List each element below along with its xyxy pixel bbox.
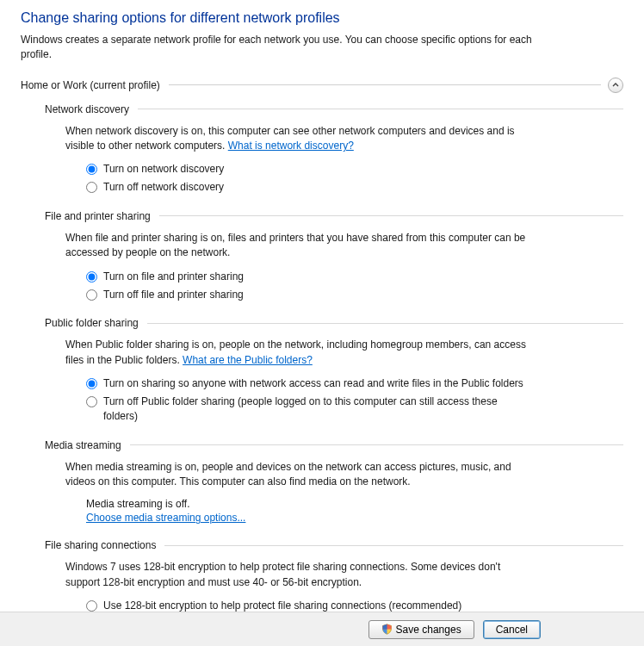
section-title: Network discovery — [45, 103, 129, 115]
radio-input[interactable] — [86, 600, 97, 612]
radio-file-printer-off[interactable]: Turn off file and printer sharing — [86, 288, 530, 302]
divider — [138, 109, 623, 109]
radio-label: Turn off network discovery — [103, 180, 224, 195]
radio-input[interactable] — [86, 396, 97, 407]
link-what-are-public-folders[interactable]: What are the Public folders? — [183, 354, 313, 366]
section-title: Public folder sharing — [45, 317, 139, 329]
radio-input[interactable] — [86, 289, 97, 301]
section-description: When file and printer sharing is on, fil… — [65, 231, 530, 261]
divider — [164, 545, 623, 546]
radio-label: Turn off Public folder sharing (people l… — [103, 394, 530, 424]
section-description: When Public folder sharing is on, people… — [65, 338, 530, 368]
link-choose-media-streaming[interactable]: Choose media streaming options... — [86, 512, 245, 524]
collapse-toggle[interactable] — [608, 78, 623, 93]
button-label: Cancel — [496, 624, 528, 636]
radio-input[interactable] — [86, 182, 97, 193]
link-what-is-network-discovery[interactable]: What is network discovery? — [228, 140, 354, 152]
radio-network-discovery-on[interactable]: Turn on network discovery — [86, 162, 530, 177]
shield-icon — [381, 624, 393, 635]
radio-label: Use 128-bit encryption to help protect f… — [103, 599, 461, 612]
section-public-folder-sharing: Public folder sharing When Public folder… — [45, 317, 623, 423]
section-media-streaming: Media streaming When media streaming is … — [45, 439, 623, 525]
divider — [169, 84, 601, 85]
chevron-up-icon — [612, 82, 619, 89]
cancel-button[interactable]: Cancel — [483, 620, 541, 639]
radio-public-folder-on[interactable]: Turn on sharing so anyone with network a… — [86, 376, 530, 391]
radio-label: Turn on network discovery — [103, 162, 224, 177]
radio-input[interactable] — [86, 378, 97, 389]
radio-encryption-128[interactable]: Use 128-bit encryption to help protect f… — [86, 599, 530, 612]
button-label: Save changes — [396, 624, 461, 636]
section-title: File and printer sharing — [45, 210, 151, 222]
section-title: Media streaming — [45, 439, 121, 451]
radio-label: Turn on sharing so anyone with network a… — [103, 376, 523, 391]
button-bar: Save changes Cancel — [0, 612, 644, 646]
section-description: Windows 7 uses 128-bit encryption to hel… — [65, 560, 530, 590]
divider — [147, 323, 623, 324]
media-streaming-status: Media streaming is off. — [86, 498, 530, 510]
profile-header: Home or Work (current profile) — [21, 78, 623, 93]
section-network-discovery: Network discovery When network discovery… — [45, 103, 623, 195]
page-title: Change sharing options for different net… — [21, 10, 623, 26]
radio-file-printer-on[interactable]: Turn on file and printer sharing — [86, 270, 530, 284]
section-title: File sharing connections — [45, 539, 156, 551]
save-changes-button[interactable]: Save changes — [368, 620, 474, 639]
divider — [130, 444, 623, 445]
section-file-sharing-connections: File sharing connections Windows 7 uses … — [45, 539, 623, 612]
radio-network-discovery-off[interactable]: Turn off network discovery — [86, 180, 530, 195]
section-file-printer-sharing: File and printer sharing When file and p… — [45, 210, 623, 301]
section-description: When network discovery is on, this compu… — [65, 124, 530, 154]
divider — [159, 215, 623, 216]
radio-input[interactable] — [86, 271, 97, 283]
radio-public-folder-off[interactable]: Turn off Public folder sharing (people l… — [86, 394, 530, 424]
section-description: When media streaming is on, people and d… — [65, 460, 530, 490]
profile-header-label: Home or Work (current profile) — [21, 79, 160, 91]
radio-input[interactable] — [86, 164, 97, 175]
radio-label: Turn on file and printer sharing — [103, 270, 244, 284]
radio-label: Turn off file and printer sharing — [103, 288, 244, 302]
page-description: Windows creates a separate network profi… — [21, 33, 537, 62]
